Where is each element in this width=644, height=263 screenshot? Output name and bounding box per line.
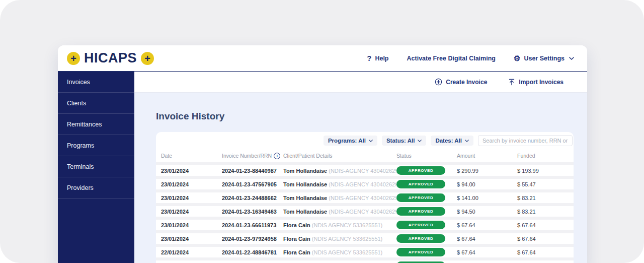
chevron-down-icon <box>369 140 373 142</box>
sidebar-item-label: Programs <box>67 142 94 149</box>
create-invoice-label: Create Invoice <box>446 79 487 86</box>
cell-invoice-number: 2024-01-23-66611973 <box>222 222 283 228</box>
cell-status: APPROVED <box>396 193 457 202</box>
cell-status: APPROVED <box>396 248 457 256</box>
cell-date: 23/01/2024 <box>161 222 222 228</box>
activate-digital-claiming-link[interactable]: Activate Free Digital Claiming <box>407 55 496 62</box>
cell-date: 23/01/2024 <box>161 195 222 201</box>
cell-amount: $ 67.64 <box>457 236 517 242</box>
status-badge: APPROVED <box>396 166 445 175</box>
cell-date: 23/01/2024 <box>161 209 222 215</box>
import-invoices-label: Import Invoices <box>519 79 564 86</box>
sidebar-item-remittances[interactable]: Remittances <box>58 114 134 135</box>
column-header-client: Client/Patient Details <box>283 153 396 159</box>
info-icon[interactable]: i <box>274 153 280 159</box>
import-invoices-button[interactable]: Import Invoices <box>508 79 564 86</box>
table-row[interactable]: 22/01/20242024-01-22-48846784Tom Holland… <box>156 257 574 263</box>
cell-amount: $ 141.00 <box>457 195 517 201</box>
column-header-status: Status <box>396 153 457 159</box>
cell-client-details: Flora Cain (NDIS AGENCY 533625551) <box>283 236 396 242</box>
cell-invoice-number: 2024-01-23-16349463 <box>222 209 283 215</box>
import-icon <box>508 79 515 86</box>
client-plan-number: (NDIS-AGENCY 430402629) <box>329 195 396 201</box>
cell-status: APPROVED <box>396 166 457 175</box>
page-title: Invoice History <box>156 111 224 122</box>
column-header-date: Date <box>161 153 222 159</box>
status-badge: APPROVED <box>396 234 445 243</box>
client-plan-number: (NDIS-AGENCY 430402629) <box>329 168 396 174</box>
client-plan-number: (NDIS-AGENCY 430402629) <box>329 209 396 215</box>
status-badge: APPROVED <box>396 248 445 256</box>
user-settings-menu[interactable]: ⚙ User Settings <box>514 54 574 62</box>
sidebar-item-terminals[interactable]: Terminals <box>58 156 134 177</box>
column-header-invoice-number: Invoice Number/RRN i <box>222 153 283 159</box>
cell-amount: $ 94.00 <box>457 181 517 187</box>
table-row[interactable]: 23/01/20242024-01-23-16349463Tom Holland… <box>156 203 574 217</box>
invoice-toolbar: Create Invoice Import Invoices <box>134 72 587 93</box>
sidebar-item-providers[interactable]: Providers <box>58 177 134 199</box>
app-window: + HICAPS + ? Help Activate Free Digital … <box>58 45 587 263</box>
cell-client-details: Tom Hollandaise (NDIS-AGENCY 430402629) <box>283 195 396 201</box>
cell-date: 23/01/2024 <box>161 236 222 242</box>
client-plan-number: (NDIS AGENCY 533625551) <box>312 222 382 228</box>
table-row[interactable]: 23/01/20242024-01-23-97924958Flora Cain … <box>156 230 574 244</box>
client-plan-number: (NDIS AGENCY 533625551) <box>312 236 382 242</box>
sidebar-item-label: Invoices <box>67 79 90 86</box>
sidebar-item-programs[interactable]: Programs <box>58 135 134 156</box>
status-filter-dropdown[interactable]: Status: All <box>382 136 426 146</box>
cell-status: APPROVED <box>396 180 457 188</box>
cell-amount: $ 290.99 <box>457 168 517 174</box>
table-row[interactable]: 22/01/20242024-01-22-48846781Flora Cain … <box>156 244 574 257</box>
sidebar-item-invoices[interactable]: Invoices <box>58 72 134 93</box>
activate-label: Activate Free Digital Claiming <box>407 55 496 62</box>
hicaps-logo: + HICAPS + <box>67 50 154 66</box>
cell-date: 22/01/2024 <box>161 249 222 255</box>
column-header-funded: Funded <box>517 153 574 159</box>
logo-text: HICAPS <box>84 50 137 66</box>
table-row[interactable]: 23/01/20242024-01-23-88440987Tom Holland… <box>156 162 574 176</box>
sidebar-item-label: Terminals <box>67 163 94 170</box>
cell-status: APPROVED <box>396 221 457 229</box>
client-name: Flora Cain <box>283 222 310 228</box>
table-row[interactable]: 23/01/20242024-01-23-66611973Flora Cain … <box>156 217 574 230</box>
sidebar-item-clients[interactable]: Clients <box>58 93 134 114</box>
cell-amount: $ 67.64 <box>457 249 517 255</box>
gear-icon: ⚙ <box>514 54 520 62</box>
programs-filter-dropdown[interactable]: Programs: All <box>324 136 377 146</box>
app-header: + HICAPS + ? Help Activate Free Digital … <box>58 45 587 72</box>
help-label: Help <box>375 55 388 62</box>
main-content: Invoice History Programs: All Status: Al… <box>134 93 587 263</box>
cell-client-details: Tom Hollandaise (NDIS-AGENCY 430402629) <box>283 209 396 215</box>
cell-invoice-number: 2024-01-23-24488662 <box>222 195 283 201</box>
cell-invoice-number: 2024-01-23-88440987 <box>222 168 283 174</box>
filter-bar: Programs: All Status: All Dates: All <box>156 132 574 148</box>
cell-funded: $ 193.99 <box>517 168 574 174</box>
user-settings-label: User Settings <box>524 55 565 62</box>
help-button[interactable]: ? Help <box>367 54 388 62</box>
status-filter-label: Status: All <box>386 138 415 144</box>
dates-filter-dropdown[interactable]: Dates: All <box>431 136 473 146</box>
table-row[interactable]: 23/01/20242024-01-23-24488662Tom Holland… <box>156 189 574 203</box>
client-plan-number: (NDIS AGENCY 533625551) <box>312 249 382 255</box>
cell-client-details: Tom Hollandaise (NDIS-AGENCY 430402629) <box>283 168 396 174</box>
status-badge: APPROVED <box>396 221 445 229</box>
table-row[interactable]: 23/01/20242024-01-23-47567905Tom Holland… <box>156 176 574 189</box>
header-nav: ? Help Activate Free Digital Claiming ⚙ … <box>367 54 574 62</box>
client-name: Tom Hollandaise <box>283 168 327 174</box>
sidebar-item-label: Providers <box>67 184 94 191</box>
status-badge: APPROVED <box>396 193 445 202</box>
client-name: Tom Hollandaise <box>283 181 327 187</box>
cell-date: 23/01/2024 <box>161 181 222 187</box>
programs-filter-label: Programs: All <box>328 138 366 144</box>
create-invoice-button[interactable]: Create Invoice <box>435 78 487 86</box>
cell-client-details: Flora Cain (NDIS AGENCY 533625551) <box>283 222 396 228</box>
cell-invoice-number: 2024-01-23-97924958 <box>222 236 283 242</box>
cell-funded: $ 67.64 <box>517 236 574 242</box>
client-name: Flora Cain <box>283 249 310 255</box>
cell-funded: $ 83.21 <box>517 209 574 215</box>
client-name: Tom Hollandaise <box>283 195 327 201</box>
circle-plus-icon <box>435 78 442 86</box>
logo-plus-icon: + <box>67 52 80 65</box>
sidebar-item-label: Clients <box>67 100 86 107</box>
search-input[interactable] <box>478 135 573 146</box>
